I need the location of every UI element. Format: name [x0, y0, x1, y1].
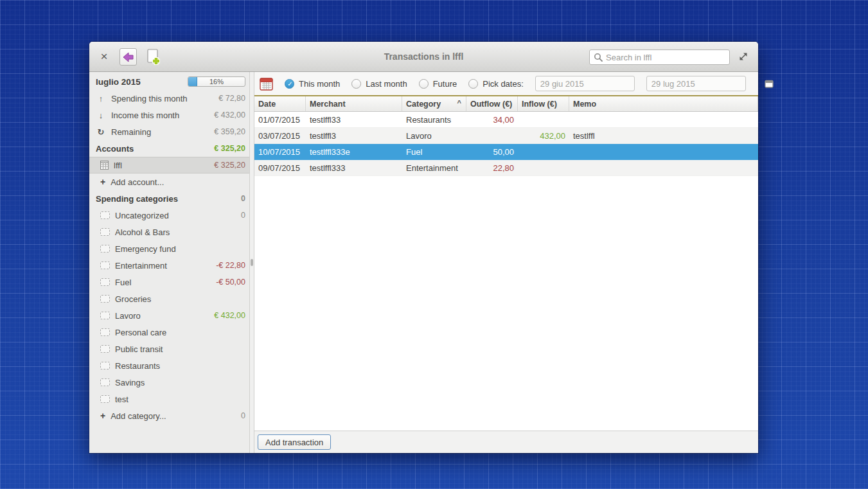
category-label: Restaurants: [115, 361, 240, 371]
sidebar-item-category-savings[interactable]: Savings: [89, 374, 249, 391]
category-icon: [100, 278, 110, 286]
sidebar-item-category-personal-care[interactable]: Personal care: [89, 324, 249, 341]
plus-icon: +: [100, 177, 105, 187]
column-header-memo[interactable]: Memo: [569, 96, 758, 111]
column-label: Inflow (€): [522, 100, 557, 109]
accounts-header-label: Accounts: [96, 144, 209, 154]
category-icon: [100, 262, 110, 269]
add-transaction-button[interactable]: Add transaction: [258, 434, 331, 450]
category-label: Public transit: [115, 344, 240, 354]
cell-merchant: testlffl33: [306, 115, 402, 125]
sort-ascending-icon: ^: [457, 99, 461, 107]
date-to-field[interactable]: [646, 76, 746, 91]
table-row[interactable]: 09/07/2015 testlffl333 Entertainment 22,…: [254, 160, 758, 176]
account-name: lffl: [114, 161, 209, 170]
add-account-button[interactable]: + Add account...: [89, 173, 249, 190]
summary-value: € 72,80: [218, 94, 245, 103]
categories-header-value: 0: [241, 194, 245, 203]
column-header-outflow[interactable]: Outflow (€): [466, 96, 518, 111]
cell-memo: testlffl: [569, 131, 758, 141]
filter-last-month[interactable]: Last month: [351, 79, 407, 89]
add-category-value: 0: [241, 411, 245, 420]
cell-merchant: testlffl3: [306, 131, 402, 141]
sidebar-item-category-entertainment[interactable]: Entertainment -€ 22,80: [89, 257, 249, 274]
scrollbar-thumb[interactable]: [251, 259, 253, 266]
column-label: Outflow (€): [470, 100, 512, 109]
table-row-selected[interactable]: 10/07/2015 testlffl333e Fuel 50,00: [254, 144, 758, 160]
category-label: Groceries: [115, 294, 240, 304]
sidebar-item-category-emergency-fund[interactable]: Emergency fund: [89, 240, 249, 257]
category-label: Entertainment: [115, 261, 211, 271]
category-icon: [100, 245, 110, 253]
filter-bar: ✓ This month Last month Future Pick date…: [254, 72, 758, 96]
add-category-label: Add category...: [111, 411, 236, 421]
table-empty-area: [254, 176, 758, 431]
summary-label: Spending this month: [111, 94, 213, 103]
refresh-icon: ↻: [96, 127, 106, 137]
filter-pick-dates[interactable]: Pick dates:: [468, 79, 524, 89]
cell-category: Restaurants: [402, 115, 466, 125]
date-from-input[interactable]: [540, 79, 653, 89]
sidebar-item-category-uncategorized[interactable]: Uncategorized 0: [89, 207, 249, 224]
table-row[interactable]: 01/07/2015 testlffl33 Restaurants 34,00: [254, 112, 758, 128]
filter-label: Last month: [366, 79, 407, 89]
budget-progress-bar: 16%: [188, 76, 245, 87]
date-picker-icon[interactable]: [765, 80, 774, 88]
column-header-date[interactable]: Date: [254, 96, 306, 111]
column-header-merchant[interactable]: Merchant: [306, 96, 402, 111]
accounts-total: € 325,20: [214, 144, 245, 153]
sidebar-item-category-public-transit[interactable]: Public transit: [89, 341, 249, 357]
search-box[interactable]: [589, 49, 730, 65]
date-from-field[interactable]: [535, 76, 635, 91]
sidebar-item-category-test[interactable]: test: [89, 391, 249, 407]
titlebar[interactable]: × Transactions in lffl: [89, 42, 758, 72]
sidebar-item-category-alcohol-bars[interactable]: Alcohol & Bars: [89, 224, 249, 240]
category-icon: [100, 345, 110, 353]
sidebar-item-account-lffl[interactable]: lffl € 325,20: [89, 157, 249, 173]
add-category-button[interactable]: + Add category... 0: [89, 407, 249, 424]
month-header: luglio 2015 16%: [89, 73, 249, 90]
down-arrow-icon: ↓: [96, 111, 106, 120]
column-header-inflow[interactable]: Inflow (€): [518, 96, 569, 111]
ledger-icon: [100, 161, 109, 170]
fullscreen-button[interactable]: [737, 50, 750, 63]
summary-income: ↓ Income this month € 432,00: [89, 107, 249, 123]
categories-header-label: Spending categories: [96, 194, 236, 204]
sidebar-item-category-fuel[interactable]: Fuel -€ 50,00: [89, 274, 249, 290]
cell-inflow: 432,00: [518, 131, 569, 141]
search-input[interactable]: [606, 53, 725, 62]
category-value: -€ 50,00: [216, 278, 245, 287]
category-value: € 432,00: [214, 311, 245, 320]
month-label: luglio 2015: [96, 77, 188, 87]
cell-category: Lavoro: [402, 131, 466, 141]
summary-remaining: ↻ Remaining € 359,20: [89, 123, 249, 140]
cell-outflow: 50,00: [466, 147, 518, 157]
column-header-category[interactable]: Category ^: [402, 96, 466, 111]
category-label: Lavoro: [115, 311, 209, 321]
sidebar: luglio 2015 16% ↑ Spending this month € …: [89, 72, 249, 453]
sidebar-item-category-groceries[interactable]: Groceries: [89, 290, 249, 307]
cell-date: 03/07/2015: [254, 131, 306, 141]
table-row[interactable]: 03/07/2015 testlffl3 Lavoro 432,00 testl…: [254, 128, 758, 144]
progress-percent-label: 16%: [188, 77, 245, 86]
filter-label: Pick dates:: [483, 79, 524, 89]
cell-merchant: testlffl333: [306, 163, 402, 173]
summary-value: € 432,00: [214, 111, 245, 120]
category-icon: [100, 312, 110, 319]
sidebar-item-category-lavoro[interactable]: Lavoro € 432,00: [89, 307, 249, 324]
date-to-input[interactable]: [651, 79, 765, 89]
filter-label: This month: [299, 79, 340, 89]
filter-future[interactable]: Future: [419, 79, 457, 89]
category-label: Personal care: [115, 328, 240, 337]
sidebar-item-category-restaurants[interactable]: Restaurants: [89, 357, 249, 374]
category-icon: [100, 211, 110, 219]
plus-icon: +: [100, 411, 105, 421]
category-icon: [100, 228, 110, 236]
category-label: Alcohol & Bars: [115, 227, 240, 237]
column-label: Merchant: [310, 100, 346, 109]
sidebar-scrollbar[interactable]: [249, 72, 254, 453]
check-icon: ✓: [285, 79, 295, 89]
app-window: × Transactions in lffl: [89, 42, 758, 453]
radio-icon: [419, 79, 429, 89]
filter-this-month[interactable]: ✓ This month: [285, 79, 340, 89]
